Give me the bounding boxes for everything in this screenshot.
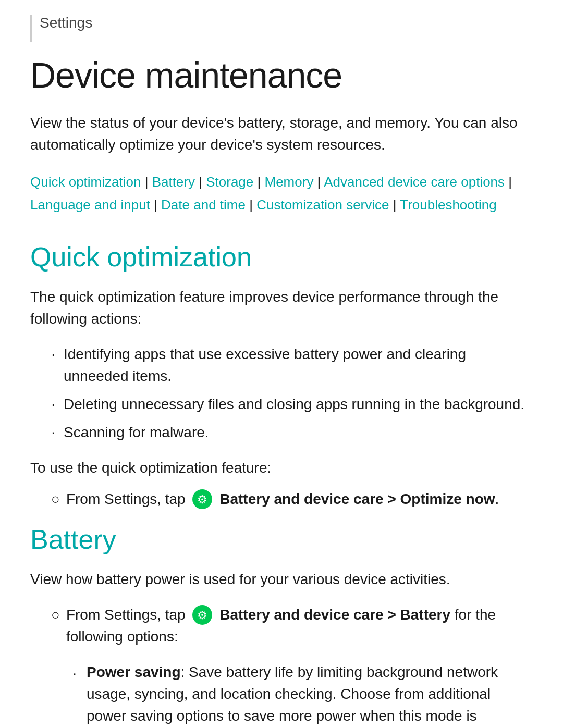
quick-optimization-bullets: Identifying apps that use excessive batt… <box>51 343 533 443</box>
battery-instruction-text: From Settings, tap Battery and device ca… <box>66 604 520 648</box>
list-item: Deleting unnecessary files and closing a… <box>51 393 533 415</box>
battery-title: Battery <box>30 524 533 555</box>
nav-separator-8: | <box>389 197 400 213</box>
nav-link-storage[interactable]: Storage <box>206 174 253 190</box>
settings-label: Settings <box>40 15 92 31</box>
nav-link-memory[interactable]: Memory <box>264 174 313 190</box>
main-content: Device maintenance View the status of yo… <box>0 55 563 728</box>
nav-separator-7: | <box>246 197 256 213</box>
quick-optimization-intro: The quick optimization feature improves … <box>30 286 533 330</box>
nav-separator-2: | <box>195 174 206 190</box>
nav-separator-1: | <box>141 174 152 190</box>
nav-link-battery[interactable]: Battery <box>152 174 195 190</box>
page-title: Device maintenance <box>30 55 533 95</box>
list-item: Power saving: Save battery life by limit… <box>72 661 531 728</box>
nav-links: Quick optimization | Battery | Storage |… <box>30 170 533 216</box>
nav-separator-5: | <box>505 174 512 190</box>
nav-link-advanced[interactable]: Advanced device care options <box>324 174 505 190</box>
nav-link-date[interactable]: Date and time <box>161 197 246 213</box>
nav-link-language[interactable]: Language and input <box>30 197 150 213</box>
nav-link-customization[interactable]: Customization service <box>256 197 389 213</box>
list-item: Identifying apps that use excessive batt… <box>51 343 533 387</box>
battery-section: Battery View how battery power is used f… <box>30 524 533 728</box>
circle-bullet: ○ <box>51 488 60 510</box>
list-item: Scanning for malware. <box>51 422 533 443</box>
quick-optimization-title: Quick optimization <box>30 241 533 273</box>
page-container: Settings Device maintenance View the sta… <box>0 0 563 728</box>
nav-link-quick-optimization[interactable]: Quick optimization <box>30 174 141 190</box>
circle-bullet-battery: ○ <box>51 604 60 626</box>
battery-intro: View how battery power is used for your … <box>30 569 533 590</box>
nav-separator-6: | <box>150 197 161 213</box>
nav-separator-4: | <box>313 174 324 190</box>
settings-icon-battery <box>192 605 212 625</box>
top-border-accent <box>30 15 32 42</box>
quick-optimization-instruction-text: From Settings, tap Battery and device ca… <box>66 488 499 510</box>
quick-optimization-instruction: ○ From Settings, tap Battery and device … <box>51 488 533 510</box>
battery-option-label-1: Power saving <box>87 664 181 680</box>
nav-link-troubleshooting[interactable]: Troubleshooting <box>400 197 497 213</box>
battery-instruction-bold: Battery and device care > Battery <box>219 607 450 623</box>
battery-options-list: Power saving: Save battery life by limit… <box>72 661 533 728</box>
instruction-bold-text: Battery and device care > Optimize now <box>219 491 495 507</box>
use-label: To use the quick optimization feature: <box>30 457 533 479</box>
battery-instruction: ○ From Settings, tap Battery and device … <box>51 604 533 648</box>
nav-separator-3: | <box>253 174 264 190</box>
intro-text: View the status of your device's battery… <box>30 112 525 156</box>
settings-icon <box>192 489 212 509</box>
